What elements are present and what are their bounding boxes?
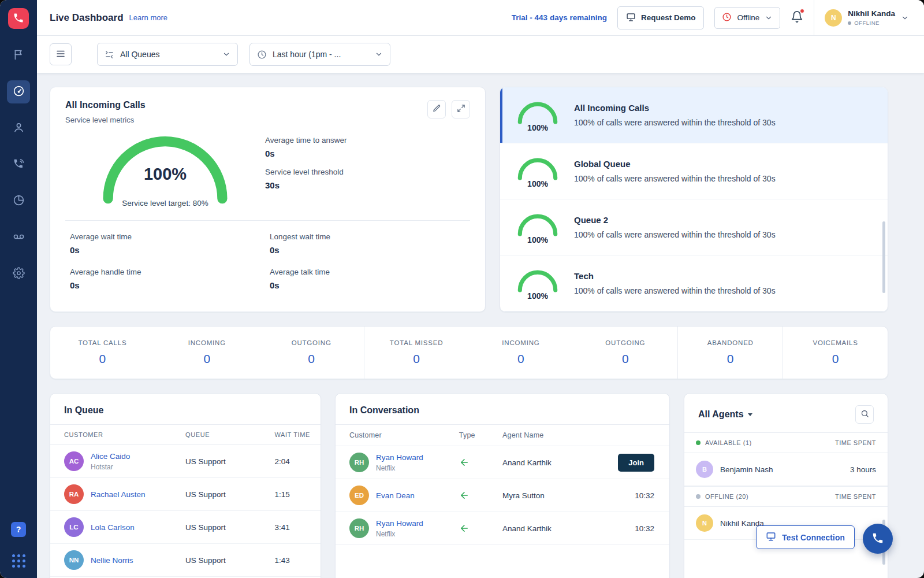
avatar: AC (64, 451, 84, 471)
metric-avg-wait: Average wait time 0s (70, 232, 270, 255)
all-agents-panel: All Agents AVAILABLE (1) TIME SPENT B Be… (684, 393, 888, 578)
queue-panel-global-queue[interactable]: 100% Global Queue100% of calls were answ… (500, 143, 888, 199)
avatar: N (696, 514, 713, 532)
stat-incoming: INCOMING0 (155, 327, 259, 379)
customer-link[interactable]: Alice Caido (91, 452, 130, 461)
trial-banner: Trial - 443 days remaining (512, 13, 607, 22)
gear-icon (13, 267, 25, 281)
sidebar-item-reports[interactable] (7, 190, 30, 213)
queue-panel-all-incoming[interactable]: 100% All Incoming Calls100% of calls wer… (500, 87, 888, 143)
queues-icon (105, 50, 114, 60)
stat-missed-incoming: INCOMING0 (469, 327, 573, 379)
metric-threshold: Service level threshold 30s (265, 168, 347, 190)
customer-link[interactable]: Rachael Austen (91, 490, 146, 499)
customer-link[interactable]: Nellie Norris (91, 556, 133, 565)
chevron-down-icon (375, 50, 383, 58)
time-filter-dropdown[interactable]: Last hour (1pm - ... (249, 43, 390, 66)
sidebar: ? (0, 0, 37, 578)
user-status: OFFLINE (848, 20, 895, 26)
sidebar-item-contacts[interactable] (7, 117, 30, 140)
avatar: RH (349, 518, 369, 538)
search-button[interactable] (855, 405, 874, 424)
table-row: ACAlice CaidoHotstar US Support 2:04 (50, 445, 321, 478)
app-logo[interactable] (8, 8, 29, 29)
stat-voicemails: VOICEMAILS0 (783, 327, 888, 379)
table-row: EDEvan Dean Myra Sutton 10:32 (336, 479, 669, 512)
queue-filter-dropdown[interactable]: All Queues (97, 43, 238, 66)
search-icon (860, 409, 869, 420)
stat-outgoing: OUTGOING0 (259, 327, 364, 379)
avatar: NN (64, 550, 84, 570)
presentation-icon (626, 12, 636, 24)
metric-avg-time-to-answer: Average time to answer 0s (265, 136, 347, 158)
scrollbar[interactable] (882, 221, 885, 293)
customer-link[interactable]: Ryan Howard (376, 453, 423, 462)
collapse-menu-button[interactable] (50, 43, 72, 65)
apps-launcher[interactable] (12, 554, 25, 568)
agents-filter-dropdown[interactable]: All Agents (698, 409, 752, 420)
notification-dot (800, 9, 804, 13)
dashboard-content: All Incoming Calls Service level metrics (37, 73, 924, 578)
table-row: RHRyan HowardNetflix Anand Karthik Join (336, 446, 669, 479)
table-header-row: CUSTOMER QUEUE WAIT TIME (50, 425, 321, 445)
sidebar-item-dashboard[interactable] (7, 80, 30, 103)
sidebar-item-voicemail[interactable] (7, 226, 30, 249)
edit-button[interactable] (427, 100, 446, 118)
table-row: LCLola Carlson US Support 3:41 (50, 511, 321, 544)
chevron-down-icon (901, 14, 909, 22)
clock-icon (257, 50, 267, 60)
hamburger-icon (55, 49, 66, 61)
call-duration: 10:32 (599, 512, 669, 545)
join-button[interactable]: Join (618, 454, 654, 472)
phone-icon (871, 532, 884, 546)
request-demo-button[interactable]: Request Demo (617, 6, 705, 29)
metric-avg-handle: Average handle time 0s (70, 268, 270, 290)
incoming-call-icon (459, 490, 502, 501)
incoming-call-icon (459, 457, 502, 468)
app-window: ? Live Dashboard Learn more Trial - 443 … (0, 0, 924, 578)
divider (65, 220, 470, 221)
offline-dot (696, 494, 701, 499)
voicemail-icon (13, 231, 25, 244)
sidebar-item-calls[interactable] (7, 153, 30, 176)
avatar: RA (64, 484, 84, 504)
user-name: Nikhil Kanda (848, 9, 895, 18)
stat-total-missed: TOTAL MISSED0 (364, 327, 469, 379)
dialer-fab[interactable] (863, 524, 893, 554)
panel-title: In Queue (64, 405, 103, 416)
table-row: NNNellie Norris US Support 1:43 (50, 544, 321, 577)
avatar: N (825, 9, 842, 27)
agents-section-offline: OFFLINE (20) TIME SPENT (684, 486, 888, 507)
presence-dropdown[interactable]: Offline (714, 7, 780, 29)
service-level-card: All Incoming Calls Service level metrics (50, 87, 486, 312)
person-icon (13, 121, 25, 135)
expand-button[interactable] (452, 100, 470, 118)
queue-panel-queue-2[interactable]: 100% Queue 2100% of calls were answered … (500, 199, 888, 255)
sidebar-item-onboarding[interactable] (7, 44, 30, 67)
page-title: Live Dashboard (50, 12, 124, 24)
queues-service-level-list: 100% All Incoming Calls100% of calls wer… (500, 87, 888, 312)
user-menu[interactable]: N Nikhil Kanda OFFLINE (825, 9, 909, 27)
connection-monitor-icon (766, 531, 776, 543)
test-connection-button[interactable]: Test Connection (756, 525, 855, 549)
avatar: B (696, 461, 713, 478)
customer-link[interactable]: Lola Carlson (91, 523, 135, 532)
agents-section-available: AVAILABLE (1) TIME SPENT (684, 432, 888, 453)
call-duration: 10:32 (599, 479, 669, 512)
queue-panel-tech[interactable]: 100% Tech100% of calls were answered wit… (500, 255, 888, 312)
expand-icon (457, 104, 465, 114)
table-header-row: Customer Type Agent Name (336, 425, 669, 446)
customer-link[interactable]: Evan Dean (376, 491, 415, 500)
notifications-button[interactable] (791, 10, 803, 25)
customer-link[interactable]: Ryan Howard (376, 519, 423, 528)
stat-abandoned: ABANDONED0 (677, 327, 783, 379)
call-stats-bar: TOTAL CALLS0 INCOMING0 OUTGOING0 TOTAL M… (50, 326, 888, 379)
sidebar-item-admin[interactable] (7, 262, 30, 286)
learn-more-link[interactable]: Learn more (129, 13, 167, 22)
caret-down-icon (748, 413, 752, 416)
queue-gauge: 100% (515, 155, 560, 187)
table-row: RARachael Austen US Support 1:15 (50, 478, 321, 511)
queue-gauge: 100% (515, 212, 560, 243)
offline-clock-icon (722, 12, 732, 24)
help-button[interactable]: ? (11, 522, 26, 537)
